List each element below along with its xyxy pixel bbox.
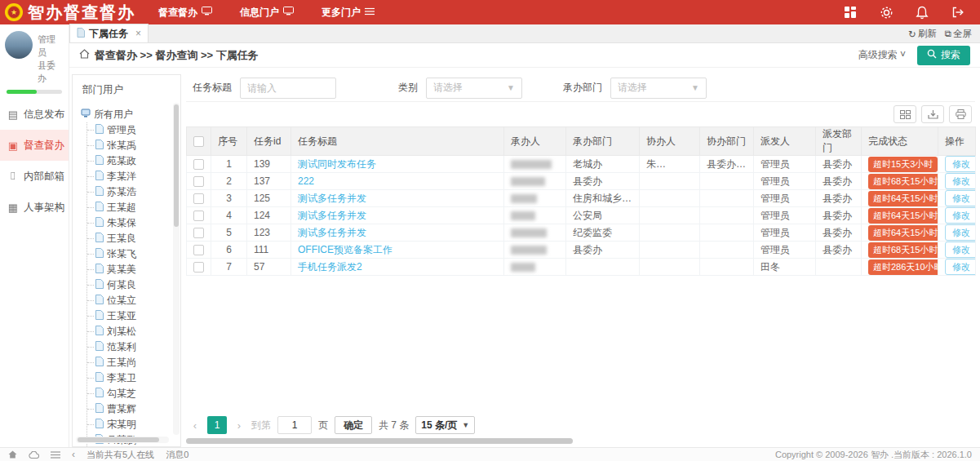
tree-user-item[interactable]: 朱某保 bbox=[87, 215, 180, 231]
tree-user-item[interactable]: 苑某政 bbox=[87, 153, 180, 169]
bell-icon[interactable] bbox=[915, 5, 929, 20]
handler-dept-select[interactable]: 请选择▼ bbox=[610, 78, 707, 99]
tree-user-item[interactable]: 范某利 bbox=[87, 339, 180, 355]
nav-item-supervision[interactable]: 督查督办 bbox=[158, 6, 212, 20]
tree-horizontal-scrollbar[interactable] bbox=[76, 437, 169, 443]
edit-button[interactable]: 修改 bbox=[945, 207, 976, 224]
tree-user-item[interactable]: 宋某明 bbox=[87, 417, 180, 432]
tree-user-item[interactable]: 王某良 bbox=[87, 231, 180, 246]
redacted-text bbox=[511, 246, 547, 255]
nav-item-info-portal[interactable]: 信息门户 bbox=[240, 6, 294, 20]
cell-assist bbox=[640, 259, 700, 276]
print-icon[interactable] bbox=[949, 105, 972, 123]
tree-user-item[interactable]: 刘某松 bbox=[87, 324, 180, 339]
task-title-link[interactable]: 222 bbox=[298, 175, 314, 187]
tree-user-item[interactable]: 张某飞 bbox=[87, 246, 180, 262]
tree-vertical-scrollbar[interactable] bbox=[173, 103, 180, 435]
row-checkbox[interactable] bbox=[193, 193, 204, 204]
tree-user-item[interactable]: 管理员 bbox=[87, 122, 180, 138]
row-checkbox[interactable] bbox=[193, 262, 204, 273]
page-unit-label: 页 bbox=[318, 419, 328, 432]
edit-button[interactable]: 修改 bbox=[945, 156, 976, 172]
edit-button[interactable]: 修改 bbox=[945, 224, 976, 241]
tab-close-icon[interactable]: × bbox=[135, 28, 141, 39]
collapse-icon[interactable]: ‹ bbox=[72, 449, 75, 460]
export-icon[interactable] bbox=[921, 105, 944, 123]
tree-user-item[interactable]: 曹某辉 bbox=[87, 401, 180, 417]
edit-button[interactable]: 修改 bbox=[945, 259, 976, 275]
table-horizontal-scrollbar[interactable] bbox=[186, 438, 975, 445]
page-size-select[interactable]: 15 条/页▼ bbox=[415, 416, 475, 434]
sidebar-item-org-structure[interactable]: ▦ 人事架构 bbox=[0, 192, 69, 223]
tree-user-item[interactable]: 莫某美 bbox=[87, 262, 180, 277]
advanced-search-toggle[interactable]: 高级搜索 ˅ bbox=[858, 48, 906, 62]
cell-task-id: 139 bbox=[247, 156, 291, 173]
cloud-icon[interactable] bbox=[29, 451, 39, 459]
tree-user-item[interactable]: 王某亚 bbox=[87, 308, 180, 324]
tree-user-item[interactable]: 苏某浩 bbox=[87, 184, 180, 200]
cell-no: 5 bbox=[211, 224, 247, 242]
search-button[interactable]: 搜索 bbox=[917, 46, 970, 65]
file-icon bbox=[95, 357, 104, 369]
cell-task-id: 57 bbox=[247, 259, 291, 276]
task-title-link[interactable]: OFFICE预览备案工作 bbox=[298, 244, 392, 255]
category-select[interactable]: 请选择▼ bbox=[426, 78, 522, 99]
app-window: ★ 智办督查督办 督查督办 信息门户 更多门户 bbox=[0, 0, 980, 461]
prev-page-icon[interactable]: ‹ bbox=[189, 419, 201, 432]
cell-no: 6 bbox=[211, 242, 247, 259]
current-page-button[interactable]: 1 bbox=[207, 416, 227, 434]
tree-user-item[interactable]: 李某卫 bbox=[87, 370, 180, 386]
cell-dispatch-dept: 县委办 bbox=[816, 156, 862, 173]
sidebar-item-mailbox[interactable]: ⌷ 内部邮箱 bbox=[0, 161, 69, 192]
tree-user-item[interactable]: 王某超 bbox=[87, 200, 180, 215]
tree-user-item[interactable]: 位某立 bbox=[87, 293, 180, 308]
tree-root-all-users[interactable]: 所有用户 bbox=[81, 107, 180, 122]
apps-icon[interactable] bbox=[843, 5, 858, 20]
table-row: 5123测试多任务并发纪委监委管理员县委办超时64天15小时修改 bbox=[187, 224, 976, 242]
mailbox-icon: ⌷ bbox=[7, 170, 19, 183]
edit-button[interactable]: 修改 bbox=[945, 173, 976, 189]
table-toolbar bbox=[186, 102, 975, 126]
goto-confirm-button[interactable]: 确定 bbox=[335, 416, 372, 434]
task-title-link[interactable]: 测试多任务并发 bbox=[298, 210, 366, 221]
logout-icon[interactable] bbox=[951, 5, 965, 20]
cell-assist-dept bbox=[700, 173, 754, 190]
row-checkbox[interactable] bbox=[193, 176, 204, 187]
menu-icon[interactable] bbox=[51, 451, 60, 459]
select-all-checkbox[interactable] bbox=[193, 136, 204, 147]
columns-button[interactable] bbox=[894, 105, 916, 123]
home-icon[interactable] bbox=[8, 450, 17, 459]
tree-user-item[interactable]: 张某禹 bbox=[87, 138, 180, 153]
row-checkbox[interactable] bbox=[193, 228, 204, 238]
nav-item-more-portals[interactable]: 更多门户 bbox=[321, 6, 375, 20]
task-title-link[interactable]: 手机任务派发2 bbox=[298, 261, 362, 273]
sidebar-item-supervision[interactable]: ▣ 督查督办 bbox=[0, 130, 69, 161]
next-page-icon[interactable]: › bbox=[233, 419, 245, 432]
row-checkbox[interactable] bbox=[193, 245, 204, 255]
edit-button[interactable]: 修改 bbox=[945, 242, 976, 258]
task-title-link[interactable]: 测试多任务并发 bbox=[298, 193, 366, 204]
tree-user-item[interactable]: 勾某芝 bbox=[87, 386, 180, 401]
tree-user-item[interactable]: 李某洋 bbox=[87, 169, 180, 184]
file-icon bbox=[95, 124, 104, 136]
row-checkbox[interactable] bbox=[193, 159, 204, 170]
tree-user-item[interactable]: 王某尚 bbox=[87, 355, 180, 370]
task-title-link[interactable]: 测试同时发布任务 bbox=[298, 158, 376, 170]
cell-handler bbox=[504, 190, 566, 207]
edit-button[interactable]: 修改 bbox=[945, 190, 976, 206]
gear-icon[interactable] bbox=[879, 5, 894, 20]
cell-no: 7 bbox=[211, 259, 247, 276]
category-label: 类别 bbox=[398, 81, 418, 95]
avatar[interactable] bbox=[5, 31, 33, 59]
row-checkbox[interactable] bbox=[193, 211, 204, 221]
cell-handler-dept: 纪委监委 bbox=[566, 224, 640, 242]
header-actions bbox=[843, 5, 972, 20]
tab-subordinate-tasks[interactable]: 下属任务 × bbox=[69, 24, 149, 42]
sidebar-item-info-publish[interactable]: ▤ 信息发布 bbox=[0, 99, 69, 130]
refresh-button[interactable]: ↻刷新 bbox=[908, 28, 937, 40]
tree-user-item[interactable]: 何某良 bbox=[87, 277, 180, 293]
task-title-link[interactable]: 测试多任务并发 bbox=[298, 227, 366, 238]
goto-page-input[interactable] bbox=[277, 416, 312, 434]
fullscreen-button[interactable]: ⧉全屏 bbox=[945, 28, 972, 40]
task-title-input[interactable] bbox=[240, 78, 336, 99]
